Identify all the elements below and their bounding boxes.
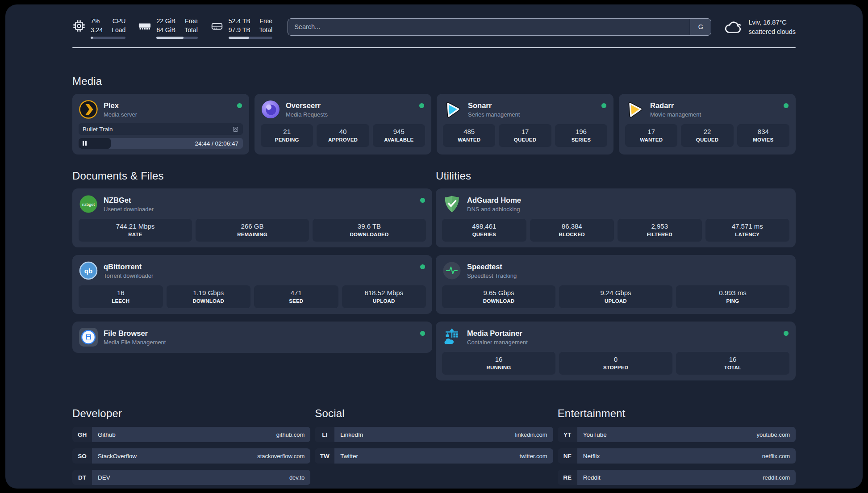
hdd-icon	[210, 19, 224, 33]
app-card-radarr[interactable]: Radarr Movie management 17 WANTED 22 QUE…	[619, 94, 796, 155]
stat-download: 9.65 Gbps DOWNLOAD	[442, 285, 555, 308]
app-card-adguard[interactable]: AdGuard Home DNS and adblocking 498,461 …	[436, 188, 796, 247]
app-subtitle: Media File Management	[104, 339, 166, 346]
app-card-sonarr[interactable]: Sonarr Series management 485 WANTED 17 Q…	[437, 94, 613, 155]
bookmark-youtube[interactable]: YT YouTube youtube.com	[558, 427, 796, 442]
app-name: Overseerr	[286, 101, 328, 110]
utilities-column: Utilities AdGuard Home DNS and adblockin…	[436, 155, 796, 380]
top-bar: 7% 3.24 CPU Load	[72, 16, 796, 40]
cpu-progress-bar	[91, 37, 125, 39]
ram-total-value: 64 GiB	[156, 26, 175, 34]
filebrowser-icon	[79, 327, 98, 347]
stat-series: 196 SERIES	[555, 124, 607, 147]
bookmark-url: youtube.com	[757, 431, 790, 438]
bookmark-name: LinkedIn	[340, 431, 363, 438]
app-subtitle: Torrent downloader	[104, 272, 153, 279]
app-subtitle: Media Requests	[286, 111, 328, 118]
app-card-qbittorrent[interactable]: qb qBittorrent Torrent downloader 16 LEE…	[72, 255, 432, 314]
app-subtitle: Movie management	[650, 111, 701, 118]
bookmark-abbr: NF	[558, 448, 577, 464]
disk-total-label: Total	[259, 26, 273, 34]
bookmark-url: twitter.com	[520, 453, 547, 460]
entertainment-column: Entertainment YT YouTube youtube.com NF …	[558, 380, 796, 489]
social-column: Social LI LinkedIn linkedin.com TW Twitt…	[315, 380, 553, 470]
cpu-load-value: 3.24	[91, 26, 103, 34]
stat-queued: 22 QUEUED	[681, 124, 733, 147]
bookmark-dev[interactable]: DT DEV dev.to	[72, 470, 310, 485]
bookmark-url: stackoverflow.com	[257, 453, 305, 460]
app-card-overseerr[interactable]: Overseerr Media Requests 21 PENDING 40 A…	[255, 94, 431, 155]
cloud-icon	[724, 18, 743, 37]
svg-text:qb: qb	[84, 267, 92, 275]
disk-free-label: Free	[259, 17, 273, 25]
documents-column: Documents & Files nzbget NZBGet Usenet d…	[72, 155, 432, 353]
sonarr-icon	[443, 100, 463, 119]
ram-stat-widget: 22 GiB 64 GiB Free Total	[138, 17, 197, 39]
section-title-developer: Developer	[72, 407, 310, 420]
app-subtitle: Usenet downloader	[104, 206, 154, 213]
adguard-icon	[442, 194, 462, 214]
search-bar[interactable]: G	[288, 18, 711, 36]
bookmark-url: github.com	[276, 431, 305, 438]
playback-time: 24:44 / 02:06:47	[195, 140, 243, 147]
status-dot-online	[237, 103, 242, 108]
app-name: AdGuard Home	[467, 196, 521, 205]
cpu-usage-value: 7%	[91, 17, 103, 25]
speedtest-icon	[442, 261, 462, 280]
bookmark-abbr: LI	[315, 427, 334, 442]
search-engine-button[interactable]: G	[690, 19, 711, 35]
section-title-social: Social	[315, 407, 553, 420]
app-card-nzbget[interactable]: nzbget NZBGet Usenet downloader 744.21 M…	[72, 188, 432, 247]
app-name: Radarr	[650, 101, 701, 110]
bookmark-linkedin[interactable]: LI LinkedIn linkedin.com	[315, 427, 553, 442]
plex-icon	[79, 100, 98, 119]
app-card-plex[interactable]: Plex Media server Bullet Train 24:44 / 0…	[72, 94, 249, 155]
stat-download: 1.19 Gbps DOWNLOAD	[167, 285, 251, 308]
stat-wanted: 485 WANTED	[443, 124, 495, 147]
ram-icon	[138, 19, 151, 33]
bookmark-twitter[interactable]: TW Twitter twitter.com	[315, 448, 553, 464]
bookmark-reddit[interactable]: RE Reddit reddit.com	[558, 470, 796, 485]
disk-total-value: 97.9 TB	[229, 26, 250, 34]
app-card-filebrowser[interactable]: File Browser Media File Management	[72, 322, 432, 353]
bookmark-stackoverflow[interactable]: SO StackOverflow stackoverflow.com	[72, 448, 310, 464]
bookmark-url: dev.to	[289, 474, 305, 481]
bookmark-netflix[interactable]: NF Netflix netflix.com	[558, 448, 796, 464]
disk-free-value: 52.4 TB	[229, 17, 250, 25]
stat-available: 945 AVAILABLE	[373, 124, 425, 147]
stat-seed: 471 SEED	[254, 285, 338, 308]
app-subtitle: Media server	[104, 111, 137, 118]
app-subtitle: Speedtest Tracking	[467, 272, 517, 279]
stat-queued: 17 QUEUED	[499, 124, 551, 147]
overseerr-icon	[261, 100, 280, 119]
video-session-icon	[232, 126, 239, 133]
status-dot-online	[419, 103, 424, 108]
pause-button[interactable]	[83, 141, 87, 146]
app-name: qBittorrent	[104, 263, 153, 271]
stat-blocked: 86,384 BLOCKED	[530, 219, 614, 242]
app-card-portainer[interactable]: Media Portainer Container management 16 …	[436, 322, 796, 380]
search-input[interactable]	[288, 19, 690, 35]
bookmark-url: reddit.com	[763, 474, 790, 481]
stat-filtered: 2,953 FILTERED	[618, 219, 702, 242]
app-subtitle: Series management	[468, 111, 520, 118]
bookmark-name: Reddit	[583, 474, 601, 481]
stat-queries: 498,461 QUERIES	[442, 219, 526, 242]
bookmark-abbr: RE	[558, 470, 577, 485]
qbittorrent-icon: qb	[79, 261, 98, 280]
stat-downloaded: 39.6 TB DOWNLOADED	[313, 219, 426, 242]
weather-condition: scattered clouds	[748, 28, 796, 36]
app-name: Sonarr	[468, 101, 520, 110]
status-dot-online	[784, 103, 789, 108]
bookmark-abbr: SO	[72, 448, 92, 464]
status-dot-online	[420, 264, 425, 269]
bookmark-abbr: DT	[72, 470, 92, 485]
cpu-icon	[72, 19, 86, 33]
bookmark-url: linkedin.com	[515, 431, 547, 438]
app-card-speedtest[interactable]: Speedtest Speedtest Tracking 9.65 Gbps D…	[436, 255, 796, 314]
app-name: Media Portainer	[467, 329, 528, 338]
stat-ping: 0.993 ms PING	[676, 285, 789, 308]
section-title-entertainment: Entertainment	[558, 407, 796, 420]
bookmark-github[interactable]: GH Github github.com	[72, 427, 310, 442]
cpu-stat-widget: 7% 3.24 CPU Load	[72, 17, 125, 39]
